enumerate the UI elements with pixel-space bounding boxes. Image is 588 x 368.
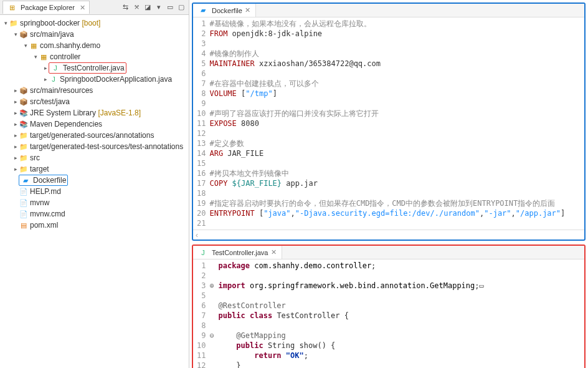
panel-title-text: Package Explorer [21,4,75,11]
java-code[interactable]: 123567891011121314 ⊕ ⊖ package com.shanh… [193,259,584,368]
project-icon: 📁 [9,18,19,28]
docker-icon: ▰ [198,6,208,16]
package-controller[interactable]: ▾▦controller [0,51,189,62]
file-icon: 📄 [19,186,29,196]
folder-src[interactable]: ▸📁src [0,152,189,163]
library-icon: 📚 [19,119,29,129]
docker-icon: ▰ [21,175,31,185]
file-pom[interactable]: ▤pom.xml [0,220,189,231]
file-test-controller[interactable]: ▸JTestController.java [0,62,189,74]
package-icon: ▦ [39,52,49,62]
src-main-resources[interactable]: ▸📦src/main/resources [0,85,189,96]
close-icon[interactable]: ✕ [80,4,85,12]
minimize-icon[interactable]: ▭ [165,2,175,12]
testcontroller-editor: J TestController.java ✕ 1235678910111213… [192,245,586,368]
src-test-java[interactable]: ▸📦src/test/java [0,96,189,107]
folder-icon: 📁 [19,142,29,152]
dockerfile-code[interactable]: 123456789101112131415161718192021 #基础镜像，… [193,17,584,230]
close-icon[interactable]: ✕ [271,248,277,256]
jre-library[interactable]: ▸📚JRE System Library [JavaSE-1.8] [0,107,189,119]
focus-icon[interactable]: ◪ [143,2,153,12]
gen-test-annotations[interactable]: ▸📁target/generated-test-sources/test-ann… [0,141,189,152]
tab-dockerfile[interactable]: ▰ Dockerfile ✕ [193,4,256,17]
file-icon: 📄 [19,198,29,208]
java-file-icon: J [50,63,60,73]
project-node[interactable]: ▾📁springboot-docker [boot] [0,17,189,29]
link-editor-icon[interactable]: ⤧ [131,2,141,12]
panel-toolbar: ⇆ ⤧ ◪ ▾ ▭ ▢ [120,2,186,12]
file-mvnw-cmd[interactable]: 📄mvnw.cmd [0,208,189,220]
dockerfile-editor: ▰ Dockerfile ✕ 1234567891011121314151617… [192,2,586,241]
package-explorer-icon: ⊞ [7,2,17,12]
folder-target[interactable]: ▸📁target [0,163,189,175]
project-tree: ▾📁springboot-docker [boot] ▾📦src/main/ja… [0,15,189,368]
file-icon: 📄 [19,209,29,219]
tab-testcontroller[interactable]: J TestController.java ✕ [193,246,282,259]
collapse-all-icon[interactable]: ⇆ [120,2,130,12]
maximize-icon[interactable]: ▢ [176,2,186,12]
editor-tabs: J TestController.java ✕ [193,246,584,259]
file-application[interactable]: ▸JSpringbootDockerApplication.java [0,74,189,85]
file-help[interactable]: 📄HELP.md [0,186,189,197]
package-explorer-panel: ⊞ Package Explorer ✕ ⇆ ⤧ ◪ ▾ ▭ ▢ ▾📁sprin… [0,0,189,368]
panel-header: ⊞ Package Explorer ✕ ⇆ ⤧ ◪ ▾ ▭ ▢ [0,0,189,15]
source-folder-icon: 📦 [19,85,29,95]
folder-icon: 📁 [19,130,29,140]
menu-icon[interactable]: ▾ [154,2,164,12]
source-folder-icon: 📦 [19,29,29,39]
editors-area: ▰ Dockerfile ✕ 1234567891011121314151617… [189,0,588,368]
source-folder-icon: 📦 [19,97,29,107]
java-file-icon: J [49,74,59,84]
folder-icon: 📁 [19,164,29,174]
file-mvnw[interactable]: 📄mvnw [0,197,189,208]
panel-title-tab[interactable]: ⊞ Package Explorer ✕ [2,1,90,14]
horizontal-scrollbar[interactable]: ‹ [193,230,584,240]
maven-deps[interactable]: ▸📚Maven Dependencies [0,119,189,130]
gen-annotations[interactable]: ▸📁target/generated-sources/annotations [0,130,189,141]
close-icon[interactable]: ✕ [245,6,250,14]
editor-tabs: ▰ Dockerfile ✕ [193,4,584,17]
library-icon: 📚 [19,108,29,118]
folder-icon: 📁 [19,153,29,163]
src-main-java[interactable]: ▾📦src/main/java [0,29,189,40]
package-icon: ▦ [29,41,39,51]
xml-file-icon: ▤ [19,220,29,230]
package-demo[interactable]: ▾▦com.shanhy.demo [0,40,189,51]
file-dockerfile[interactable]: ▰Dockerfile [0,175,189,186]
java-file-icon: J [198,248,208,258]
